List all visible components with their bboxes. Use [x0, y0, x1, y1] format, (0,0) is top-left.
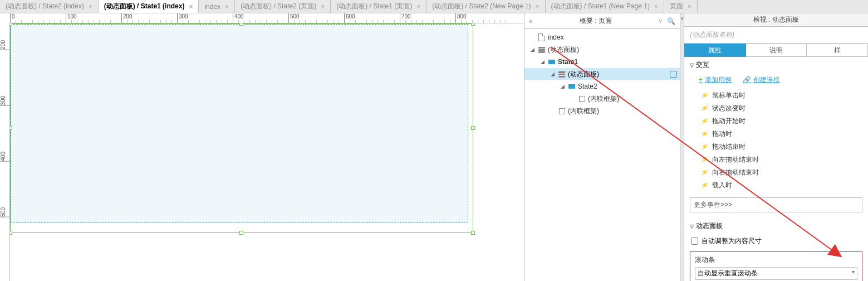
chevron-down-icon: ▽ — [690, 224, 694, 229]
tab-label: (动态面板) / State1 (New Page 1) — [551, 2, 650, 11]
event-row-1[interactable]: ⚡状态改变时 — [701, 102, 862, 115]
auto-fit-row[interactable]: 自动调整为内容尺寸 — [684, 234, 868, 248]
document-tab-7[interactable]: 页面× — [664, 0, 698, 13]
event-label: 拖动开始时 — [712, 117, 746, 126]
event-row-5[interactable]: ⚡向左拖动结束时 — [701, 153, 862, 166]
tree-row-1[interactable]: ◢(动态面板) — [524, 43, 680, 56]
outline-collapse-icon[interactable]: « — [529, 17, 533, 25]
outline-title: 概要 : 页面 — [537, 16, 654, 26]
tab-label: (动态面板) / State2 (页面) — [241, 2, 316, 11]
filter-icon[interactable]: ⑂ — [659, 17, 663, 25]
tree-toggle-icon[interactable]: ◢ — [549, 71, 556, 77]
resize-handle-ml[interactable] — [10, 126, 12, 130]
tree-row-0[interactable]: index — [524, 31, 680, 43]
document-tab-0[interactable]: (动态面板) / State2 (index)× — [0, 0, 99, 13]
document-tab-6[interactable]: (动态面板) / State1 (New Page 1)× — [546, 0, 664, 13]
event-icon: ⚡ — [700, 168, 710, 177]
auto-fit-checkbox[interactable] — [691, 238, 698, 245]
event-icon: ⚡ — [700, 91, 710, 100]
inspector-tab-0[interactable]: 属性 — [684, 43, 746, 57]
resize-handle-br[interactable] — [471, 231, 475, 235]
tree-row-6[interactable]: (内联框架) — [524, 105, 680, 117]
tree-label: (内联框架) — [568, 106, 676, 116]
ruler-vertical: 200300400500 — [0, 23, 10, 281]
event-icon: ⚡ — [700, 181, 710, 190]
tab-label: index — [204, 3, 220, 11]
event-row-2[interactable]: ⚡拖动开始时 — [701, 115, 862, 128]
frame-icon — [558, 108, 566, 114]
resize-handle-tm[interactable] — [239, 23, 243, 26]
tree-label: (动态面板) — [568, 70, 670, 79]
resize-handle-mr[interactable] — [471, 126, 475, 130]
link-icon: 🔗 — [743, 76, 751, 84]
close-icon[interactable]: × — [688, 3, 692, 11]
add-case-link[interactable]: +添加用例 — [699, 75, 732, 85]
event-row-0[interactable]: ⚡鼠标单击时 — [701, 89, 862, 102]
more-events-button[interactable]: 更多事件>>> — [690, 197, 862, 212]
panel-section-label: 动态面板 — [696, 221, 723, 231]
event-label: 拖动结束时 — [712, 142, 746, 152]
tree-toggle-icon[interactable]: ◢ — [529, 47, 536, 52]
close-icon[interactable]: × — [654, 3, 658, 11]
tree-toggle-icon[interactable]: ◢ — [539, 59, 546, 65]
close-icon[interactable]: × — [321, 3, 325, 11]
close-icon[interactable]: × — [89, 3, 92, 11]
auto-fit-label: 自动调整为内容尺寸 — [702, 236, 762, 246]
state-icon — [568, 83, 576, 90]
outline-panel: « 概要 : 页面 ⑂ 🔍 index◢(动态面板)◢State1◢(动态面板)… — [524, 13, 680, 281]
frame-icon — [578, 95, 586, 102]
widget-name-input[interactable]: (动态面板名称) — [684, 27, 868, 43]
inspector-tab-2[interactable]: 样 — [807, 43, 868, 57]
document-tab-3[interactable]: (动态面板) / State2 (页面)× — [235, 0, 331, 13]
event-row-7[interactable]: ⚡载入时 — [701, 179, 862, 192]
event-label: 载入时 — [712, 181, 732, 190]
scrollbar-select[interactable]: 自动显示垂直滚动条 — [695, 267, 857, 280]
event-row-6[interactable]: ⚡向右拖动结束时 — [701, 166, 862, 179]
document-tab-4[interactable]: (动态面板) / State1 (页面)× — [331, 0, 426, 13]
dynamic-panel-widget[interactable] — [11, 24, 468, 222]
ruler-horizontal: 0100200300400500600700800 — [10, 13, 524, 23]
event-icon: ⚡ — [700, 104, 710, 113]
close-icon[interactable]: × — [189, 3, 193, 11]
search-icon[interactable]: 🔍 — [667, 17, 675, 25]
event-row-4[interactable]: ⚡拖动结束时 — [701, 140, 862, 153]
tree-row-3[interactable]: ◢(动态面板) — [524, 68, 680, 80]
create-link-link[interactable]: 🔗创建连接 — [743, 75, 780, 85]
panel-divider[interactable]: ▾ — [680, 13, 684, 281]
event-list: ⚡鼠标单击时⚡状态改变时⚡拖动开始时⚡拖动时⚡拖动结束时⚡向左拖动结束时⚡向右拖… — [684, 89, 868, 195]
grip-icon: ▾ — [681, 16, 684, 21]
document-tab-2[interactable]: index× — [199, 0, 235, 13]
tree-toggle-icon[interactable]: ◢ — [559, 84, 566, 89]
document-tab-1[interactable]: (动态面板) / State1 (index)× — [99, 0, 199, 13]
close-icon[interactable]: × — [536, 3, 540, 11]
panel-section-header[interactable]: ▽ 动态面板 — [684, 218, 868, 234]
tab-label: 页面 — [670, 2, 683, 11]
event-row-3[interactable]: ⚡拖动时 — [701, 128, 862, 140]
resize-handle-bl[interactable] — [10, 231, 12, 235]
interaction-section-header[interactable]: ▽ 交互 — [684, 57, 868, 73]
outline-tree: index◢(动态面板)◢State1◢(动态面板)◢State2(内联框架)(… — [524, 29, 680, 281]
tree-row-4[interactable]: ◢State2 — [524, 80, 680, 93]
design-canvas[interactable] — [10, 23, 524, 281]
close-icon[interactable]: × — [416, 3, 420, 11]
inspector-title: 检视 : 动态面板 — [684, 13, 868, 27]
selection-badge-icon — [670, 71, 676, 77]
stack-icon — [538, 46, 546, 53]
event-icon: ⚡ — [700, 117, 710, 126]
chevron-down-icon: ▽ — [690, 62, 694, 68]
tree-row-2[interactable]: ◢State1 — [524, 56, 680, 68]
resize-handle-tr[interactable] — [471, 23, 475, 26]
tree-row-5[interactable]: (内联框架) — [524, 93, 680, 105]
selection-bounds[interactable] — [10, 23, 473, 233]
resize-handle-tl[interactable] — [10, 23, 12, 26]
close-icon[interactable]: × — [225, 3, 229, 11]
document-tab-5[interactable]: (动态面板) / State2 (New Page 1)× — [426, 0, 545, 13]
tree-label: (动态面板) — [548, 45, 676, 55]
resize-handle-bm[interactable] — [239, 231, 243, 235]
event-label: 向右拖动结束时 — [712, 168, 759, 177]
document-tabs: (动态面板) / State2 (index)×(动态面板) / State1 … — [0, 0, 868, 13]
event-label: 向左拖动结束时 — [712, 155, 759, 164]
scrollbar-section: 滚动条 自动显示垂直滚动条 — [690, 251, 862, 281]
stack-icon — [558, 71, 566, 77]
inspector-tab-1[interactable]: 说明 — [746, 43, 807, 57]
